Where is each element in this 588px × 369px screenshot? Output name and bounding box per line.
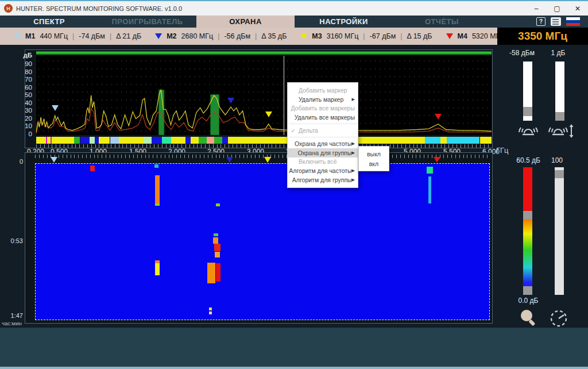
separator: | — [363, 32, 365, 40]
slider-handle[interactable] — [555, 112, 564, 121]
spectrum-panel — [25, 49, 493, 148]
menu-item-label: Алгоритм для группы — [292, 176, 352, 183]
submenu-item-вкл[interactable]: вкл — [359, 159, 389, 168]
y-axis-tick: 20 — [14, 115, 32, 122]
spectrum-plot[interactable] — [36, 56, 492, 135]
menu-item-label: Удалить все маркеры — [295, 114, 355, 121]
menu-item[interactable]: Алгоритм для группы▶ — [288, 175, 358, 184]
menu-item-label: Включить всё — [299, 158, 355, 165]
waterfall-marker-M2[interactable] — [226, 157, 233, 163]
waterfall-panel — [25, 152, 493, 324]
frequency-band-segment — [110, 137, 119, 144]
marker-readout-M2[interactable]: M22680 МГц|-56 дБм|Δ 35 дБ — [155, 32, 287, 40]
separator: | — [110, 32, 111, 40]
waterfall-marker-M3[interactable] — [264, 157, 271, 163]
menu-item[interactable]: Охрана для группы▶ — [288, 148, 358, 157]
close-button[interactable]: ✕ — [567, 2, 588, 15]
language-flag-ru-icon[interactable] — [566, 17, 580, 26]
waterfall-signal — [428, 176, 431, 203]
spectrum-y-axis: дБ9080706050403020100 — [14, 55, 32, 134]
marker-readout-M1[interactable]: M1440 МГц|-74 дБм|Δ 21 дБ — [14, 32, 141, 40]
color-scale-slider[interactable] — [523, 167, 532, 295]
menu-item: ✓Дельта — [288, 126, 358, 135]
siren-icon[interactable] — [516, 123, 540, 139]
submenu-arrow-icon: ▶ — [352, 151, 355, 155]
marker-triangle-icon — [446, 33, 453, 39]
menu-item[interactable]: Алгоритм для частоты▶ — [288, 166, 358, 175]
menu-item[interactable]: Удалить маркер▶ — [288, 95, 358, 104]
waterfall-time-tick: 0 — [1, 158, 23, 165]
hysteresis-slider[interactable] — [555, 62, 564, 121]
y-axis-tick: 40 — [14, 99, 32, 106]
marker-delta: Δ 35 дБ — [261, 32, 287, 40]
window-title: HUNTER. SPECTRUM MONITORING SOFTWARE. v1… — [16, 5, 182, 12]
minimize-button[interactable]: – — [526, 2, 547, 15]
plot-marker-M4[interactable] — [435, 114, 442, 120]
siren-range-icon[interactable] — [546, 123, 577, 139]
help-icon[interactable]: ? — [536, 17, 546, 26]
marker-readout-M3[interactable]: M33160 МГц|-67 дБм|Δ 15 дБ — [300, 32, 432, 40]
marker-id: M2 — [167, 32, 176, 40]
tab-spektr[interactable]: СПЕКТР — [0, 16, 98, 28]
frequency-band-segment — [152, 137, 162, 144]
frequency-cursor-line[interactable] — [284, 56, 284, 135]
scale-gradient — [523, 219, 532, 286]
slider-track — [555, 178, 564, 295]
frequency-band-segment — [185, 137, 191, 144]
tab-reports[interactable]: ОТЧЁТЫ — [393, 16, 491, 28]
slider-handle[interactable] — [555, 170, 564, 178]
slider-track — [523, 62, 532, 107]
frequency-band-segment — [207, 137, 215, 144]
frequency-band-segment — [95, 137, 99, 144]
waterfall-signal — [215, 252, 220, 257]
slider-handle[interactable] — [523, 286, 532, 295]
maximize-button[interactable]: ▢ — [547, 2, 567, 15]
separator: | — [218, 32, 219, 40]
slider-handle[interactable] — [523, 211, 532, 219]
check-icon: ✓ — [288, 128, 299, 134]
waterfall-time-tick: 0:53 — [1, 237, 23, 244]
frequency-band-segment — [119, 137, 144, 144]
menu-item[interactable]: Удалить все маркеры — [288, 113, 358, 122]
y-axis-unit-label: дБ — [14, 52, 32, 59]
plot-marker-M2[interactable] — [227, 98, 234, 103]
slider-handle[interactable] — [523, 107, 532, 116]
waterfall-signal — [155, 263, 160, 275]
y-axis-tick: 60 — [14, 84, 32, 91]
frequency-band-segment — [425, 137, 440, 144]
window-bottom-accent — [0, 367, 588, 369]
manual-icon[interactable] — [551, 17, 561, 26]
menu-item-label: Добавить маркер — [299, 87, 355, 94]
waterfall-signal — [216, 263, 220, 282]
spectrum-traces — [36, 56, 492, 135]
marker-delta: Δ 21 дБ — [116, 32, 141, 40]
marker-frequency: 3160 МГц — [327, 32, 359, 40]
tab-player[interactable]: ПРОИГРЫВАТЕЛЬ — [98, 16, 196, 28]
slider-track — [555, 62, 564, 112]
plot-marker-M1[interactable] — [52, 105, 59, 111]
plot-marker-M3[interactable] — [265, 112, 272, 117]
marker-level: -56 дБм — [224, 32, 250, 40]
waterfall-display[interactable] — [35, 163, 490, 320]
context-menu: Добавить маркерУдалить маркер▶Добавить в… — [287, 82, 358, 188]
submenu-item-выкл[interactable]: выкл — [359, 149, 389, 159]
waterfall-marker-M1[interactable] — [51, 157, 57, 163]
menu-item[interactable]: Охрана для частоты▶ — [288, 139, 358, 148]
magnifier-icon[interactable] — [519, 308, 538, 328]
footer-bar: ✔ 2G3G4G5GWIFI 2.4WIFI 5GPS, GLONASSDOWN… — [0, 328, 588, 369]
frequency-band-strip[interactable] — [36, 137, 492, 144]
marker-delta: Δ 15 дБ — [407, 32, 432, 40]
waterfall-marker-M4[interactable] — [434, 157, 440, 163]
tab-ohrana[interactable]: ОХРАНА — [196, 16, 295, 28]
waterfall-signal — [90, 166, 95, 171]
gauge-icon[interactable] — [548, 308, 569, 328]
brightness-slider[interactable] — [555, 167, 564, 295]
tab-settings[interactable]: НАСТРОЙКИ — [295, 16, 393, 28]
waterfall-signal — [214, 233, 218, 236]
waterfall-signal — [154, 164, 158, 167]
separator: | — [400, 32, 402, 40]
threshold-slider[interactable] — [523, 62, 532, 121]
app-window: H HUNTER. SPECTRUM MONITORING SOFTWARE. … — [0, 0, 588, 369]
waterfall-signal — [216, 203, 220, 206]
frequency-band-segment — [90, 137, 95, 144]
